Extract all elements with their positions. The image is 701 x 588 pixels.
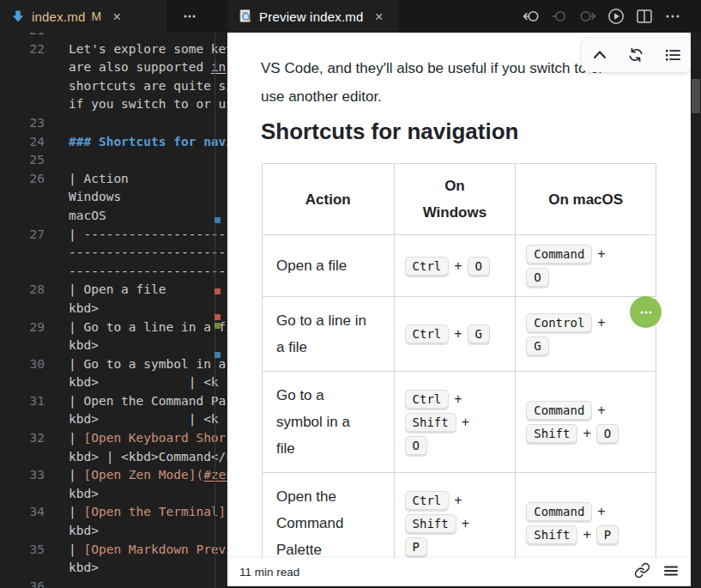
plus-separator: + <box>462 415 469 430</box>
kbd-key: Shift <box>526 424 577 443</box>
menu-icon[interactable] <box>663 563 679 582</box>
collapse-icon[interactable] <box>589 44 611 66</box>
editor-line: 25 <box>0 151 227 170</box>
plus-separator: + <box>454 391 462 407</box>
run-icon[interactable] <box>607 7 625 26</box>
editor-line: Windows <box>0 188 227 207</box>
line-text: | Go to a line in a fi <box>45 318 227 337</box>
editor-line: kbd> <box>0 485 227 504</box>
preview-scrollbar[interactable] <box>691 33 701 588</box>
windows-cell: Ctrl+G <box>394 297 516 372</box>
table-header-cell: On macOS <box>516 164 656 235</box>
line-number <box>0 373 45 392</box>
editor-line: are also supported in <box>0 58 227 77</box>
line-text: Let's explore some key <box>45 40 227 59</box>
tab-bar: index.md M × Previe <box>0 0 701 33</box>
line-number <box>0 336 45 355</box>
line-number: 25 <box>0 151 45 170</box>
tab-label: Preview index.md <box>259 9 364 24</box>
editor-actions <box>522 0 682 33</box>
editor-line: kbd> | <k <box>0 410 227 429</box>
editor-line: 35| [Open Markdown Previ <box>0 541 227 560</box>
editor-line: 22Let's explore some key <box>0 40 227 59</box>
line-number: 22 <box>0 40 45 59</box>
link-icon[interactable] <box>634 562 650 582</box>
markdown-preview-pane: VS Code, and they'll also be useful if y… <box>227 33 701 588</box>
line-text <box>45 114 69 133</box>
read-time: 11 min read <box>239 566 299 579</box>
line-number <box>0 559 45 578</box>
editor-line: 34| [Open the Terminal] <box>0 503 227 522</box>
nav-back-icon[interactable] <box>522 7 541 26</box>
annotation-overlay-button[interactable] <box>630 296 662 328</box>
plus-separator: + <box>454 493 462 508</box>
line-text: kbd> | <k <box>45 373 219 392</box>
editor-line: kbd> <box>0 336 227 355</box>
line-text: kbd> <box>45 300 99 318</box>
scrollbar-thumb[interactable] <box>692 79 700 113</box>
overview-ruler-mark <box>215 314 221 320</box>
action-cell: Open a file <box>263 235 395 297</box>
windows-cell: Ctrl+O <box>394 235 516 297</box>
line-number <box>0 77 45 96</box>
editor-line: 21 <box>0 33 227 40</box>
kbd-key: G <box>468 324 490 343</box>
line-text <box>45 33 69 40</box>
editor-line: 27| ---------------------- <box>0 226 227 245</box>
kbd-key: Ctrl <box>405 390 450 409</box>
editor-line: 32| [Open Keyboard Shor <box>0 429 227 448</box>
editor-line: macOS <box>0 207 227 226</box>
kbd-key: O <box>468 257 490 276</box>
tab-preview-index-md[interactable]: Preview index.md × <box>227 0 399 33</box>
line-text: kbd> <box>45 485 99 504</box>
editor-line: 28| Open a file <box>0 281 227 300</box>
line-number: 29 <box>0 318 45 337</box>
table-of-contents-icon[interactable] <box>662 44 684 66</box>
refresh-icon[interactable] <box>625 44 647 66</box>
kbd-key: O <box>596 424 619 443</box>
close-icon[interactable]: × <box>372 9 387 24</box>
action-cell: Go to a symbol in a file <box>263 372 395 473</box>
kbd-key: P <box>596 525 619 544</box>
kbd-key: Command <box>526 245 592 264</box>
line-text: | [Open Zen Mode](#zen <box>45 466 227 485</box>
table-row: Go to a line in a fileCtrl+GControl+G <box>263 297 656 372</box>
split-editor-icon[interactable] <box>635 7 654 26</box>
line-number: 32 <box>0 429 45 448</box>
vscode-window: index.md M × Previe <box>0 0 701 588</box>
table-header-cell: On Windows <box>394 164 516 235</box>
macos-cell: Command+O <box>516 235 656 297</box>
close-icon[interactable]: × <box>109 9 124 24</box>
editor-line: ------------------------ <box>0 263 227 282</box>
markdown-preview-icon <box>238 9 253 24</box>
plus-separator: + <box>597 315 605 330</box>
line-text: | Open a file <box>45 281 166 300</box>
line-number: 26 <box>0 170 45 189</box>
overview-ruler-mark <box>215 323 221 329</box>
line-text <box>45 578 69 588</box>
markdown-file-icon <box>10 9 26 24</box>
editor-pane[interactable]: 2122Let's explore some keyare also suppo… <box>0 33 227 588</box>
kbd-key: O <box>405 436 427 455</box>
plus-separator: + <box>597 246 605 262</box>
tab-index-md[interactable]: index.md M × <box>0 0 168 33</box>
line-number: 30 <box>0 355 45 374</box>
more-actions-icon[interactable] <box>180 7 199 26</box>
nav-forward-icon[interactable] <box>578 7 597 26</box>
overview-ruler-mark <box>215 288 221 294</box>
line-number <box>0 207 45 226</box>
line-text: kbd> <box>45 336 99 355</box>
nav-dot-icon[interactable] <box>550 7 569 26</box>
kbd-key: Shift <box>405 413 456 432</box>
editor-line: kbd> <box>0 559 227 578</box>
line-number <box>0 448 45 467</box>
kbd-key: Ctrl <box>405 491 450 510</box>
windows-cell: Ctrl+Shift+O <box>394 372 516 473</box>
line-text: | Action <box>45 170 129 189</box>
line-text: kbd> <box>45 559 99 578</box>
paragraph-line: use another editor. <box>261 88 382 105</box>
line-number <box>0 188 45 207</box>
line-text: ### Shortcuts for navi <box>45 133 227 152</box>
more-actions-icon[interactable] <box>663 7 682 26</box>
kbd-key: Ctrl <box>405 324 450 343</box>
